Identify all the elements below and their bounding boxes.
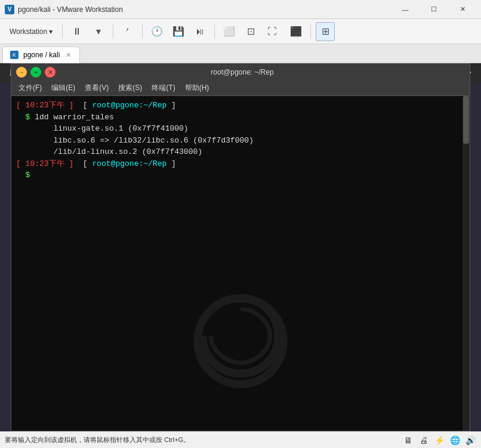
terminal-content[interactable]: [ 10:23下午 ] [ root@pgone:~/Rep ] $ ldd w… — [11, 96, 470, 431]
window-title: pgone/kali - VMware Workstation — [18, 5, 388, 14]
terminal-search-menu[interactable]: 搜索(S) — [113, 82, 147, 96]
terminal-terminal-menu[interactable]: 终端(T) — [147, 82, 180, 96]
tab-bar: K pgone / kali ✕ — [0, 44, 481, 63]
window-controls: — ☐ ✕ — [391, 2, 476, 17]
close-button[interactable]: ✕ — [449, 2, 476, 17]
monitor-icon[interactable]: 🖥 — [402, 434, 414, 446]
terminal-help-menu[interactable]: 帮助(H) — [180, 82, 214, 96]
printer-icon[interactable]: 🖨 — [418, 434, 430, 446]
toolbar-separator-4 — [214, 24, 215, 39]
unity-button[interactable]: ⊞ — [316, 22, 335, 41]
fit-guest-button[interactable]: ⬜ — [220, 22, 239, 41]
maximize-button[interactable]: ☐ — [420, 2, 448, 17]
vmware-icon: V — [5, 5, 14, 14]
toolbar-separator-2 — [113, 24, 113, 39]
power-dropdown-button[interactable]: ▾ — [89, 22, 108, 41]
main-container: V pgone/kali - VMware Workstation — ☐ ✕ … — [0, 0, 481, 448]
usb-icon[interactable]: ⚡ — [433, 434, 445, 446]
workstation-dropdown-arrow: ▾ — [49, 27, 53, 36]
terminal-scrollbar[interactable] — [462, 96, 470, 431]
minimize-button[interactable]: — — [391, 2, 419, 17]
fit-window-button[interactable]: ⊡ — [241, 22, 260, 41]
title-bar: V pgone/kali - VMware Workstation — ☐ ✕ — [0, 0, 481, 19]
terminal-window[interactable]: － ＋ ✕ root@pgone: ~/Rep 文件(F) 编辑(E) 查看(V… — [11, 82, 470, 431]
terminal-edit-menu[interactable]: 编辑(E) — [47, 82, 80, 96]
terminal-line: [ 10:23下午 ] [ root@pgone:~/Rep ] — [16, 158, 465, 170]
terminal-line: $ ldd warrior_tales — [16, 112, 465, 123]
terminal-view-menu[interactable]: 查看(V) — [80, 82, 113, 96]
status-bar: 要将输入定向到该虚拟机，请将鼠标指针移入其中或按 Ctrl+G。 🖥 🖨 ⚡ 🌐… — [0, 431, 481, 448]
status-bar-text: 要将输入定向到该虚拟机，请将鼠标指针移入其中或按 Ctrl+G。 — [5, 435, 397, 444]
vm-content: 应用程序 ▾ 位置 ▾ ⊞ 终端 ▾ 星期四 22:23 👤 1 ✏ 🔊 — [0, 63, 481, 431]
workstation-label: Workstation — [10, 27, 47, 36]
vm-tab-close-button[interactable]: ✕ — [64, 51, 72, 60]
toolbar-separator-5 — [310, 24, 311, 39]
suspend-button[interactable]: ⏯ — [190, 22, 209, 41]
terminal-line: [ 10:23下午 ] [ root@pgone:~/Rep ] — [16, 100, 465, 112]
vm-tab-icon: K — [10, 51, 18, 59]
terminal-menu-bar: 文件(F) 编辑(E) 查看(V) 搜索(S) 终端(T) 帮助(H) — [11, 82, 470, 96]
vm-tab-label: pgone / kali — [23, 51, 60, 59]
hide-toolbar-button[interactable]: ⬛ — [286, 22, 306, 41]
snapshot2-button[interactable]: 💾 — [169, 22, 188, 41]
network-icon[interactable]: 🌐 — [449, 434, 461, 446]
svg-point-0 — [198, 298, 283, 384]
workstation-menu-button[interactable]: Workstation ▾ — [5, 22, 57, 41]
terminal-line: $ — [16, 169, 465, 181]
toolbar-separator-3 — [142, 24, 143, 39]
toolbar-separator-1 — [62, 24, 63, 39]
terminal-output: [ 10:23下午 ] [ root@pgone:~/Rep ] $ ldd w… — [16, 100, 465, 181]
vm-desktop[interactable]: － ＋ ✕ root@pgone: ~/Rep 文件(F) 编辑(E) 查看(V… — [0, 82, 481, 431]
terminal-line: /lib/ld-linux.so.2 (0x7f7f43000) — [16, 146, 465, 158]
snapshot-button[interactable]: 🕐 — [147, 22, 166, 41]
sound-icon[interactable]: 🔊 — [464, 434, 476, 446]
terminal-line: linux-gate.so.1 (0x7f7f41000) — [16, 123, 465, 135]
terminal-line: libc.so.6 => /lib32/libc.so.6 (0x7f7d3f0… — [16, 135, 465, 147]
scrollbar-thumb[interactable] — [463, 96, 469, 144]
send-ctrlaltdel-button[interactable]: ⎖ — [118, 22, 137, 41]
debian-swirl — [187, 288, 294, 395]
fullscreen-button[interactable]: ⛶ — [263, 22, 282, 41]
pause-button[interactable]: ⏸ — [67, 22, 87, 41]
toolbar: Workstation ▾ ⏸ ▾ ⎖ 🕐 💾 ⏯ ⬜ ⊡ ⛶ ⬛ ⊞ — [0, 19, 481, 44]
status-icons: 🖥 🖨 ⚡ 🌐 🔊 — [402, 434, 476, 446]
terminal-file-menu[interactable]: 文件(F) — [14, 82, 47, 96]
vm-tab[interactable]: K pgone / kali ✕ — [2, 47, 80, 63]
